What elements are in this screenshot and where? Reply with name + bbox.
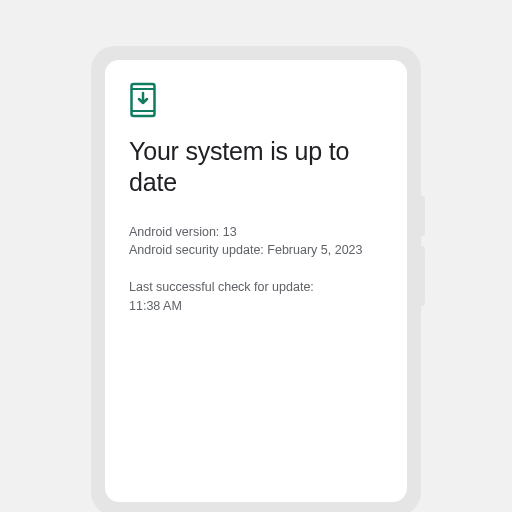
android-version-label: Android version: xyxy=(129,225,219,239)
last-check-block: Last successful check for update: 11:38 … xyxy=(129,278,383,316)
android-version-value: 13 xyxy=(223,225,237,239)
phone-frame: Your system is up to date Android versio… xyxy=(91,46,421,512)
security-update-line: Android security update: February 5, 202… xyxy=(129,241,383,260)
last-check-value: 11:38 AM xyxy=(129,297,383,316)
page-title: Your system is up to date xyxy=(129,136,383,199)
phone-side-button xyxy=(421,196,425,236)
system-update-screen: Your system is up to date Android versio… xyxy=(105,60,407,502)
android-version-line: Android version: 13 xyxy=(129,223,383,242)
system-update-icon xyxy=(129,82,157,118)
last-check-label: Last successful check for update: xyxy=(129,278,383,297)
phone-side-button xyxy=(421,246,425,306)
version-info-block: Android version: 13 Android security upd… xyxy=(129,223,383,261)
security-update-label: Android security update: xyxy=(129,243,264,257)
security-update-value: February 5, 2023 xyxy=(267,243,362,257)
